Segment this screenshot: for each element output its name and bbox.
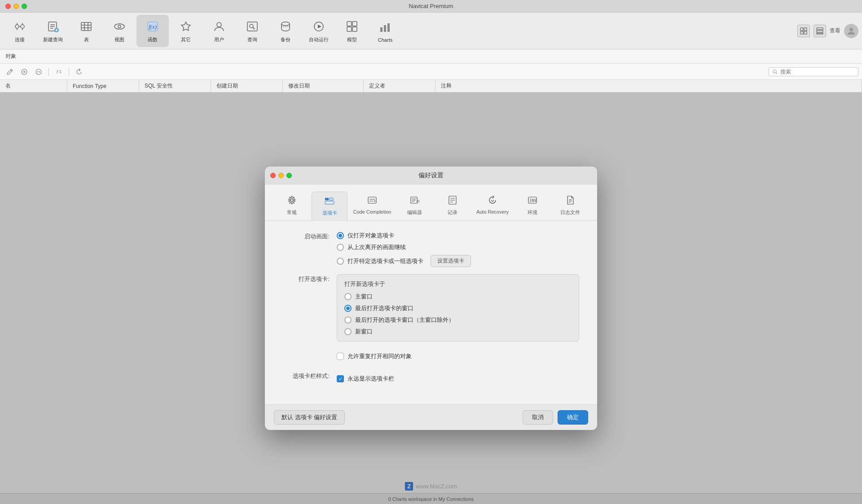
opentab-option-1-label: 主窗口 [355,293,373,301]
startup-option-3-label: 打开特定选项卡或一组选项卡 [347,257,423,265]
toolbar-backup-btn[interactable]: 备份 [269,15,302,47]
tabbar-style-checkbox[interactable]: ✓ [337,375,344,382]
maximize-button[interactable] [22,4,27,9]
toolbar-charts-btn[interactable]: Charts [369,15,401,47]
startup-option-1[interactable]: 仅打开对象选项卡 [337,232,579,240]
formula-btn[interactable]: f [53,66,65,78]
delete-btn[interactable] [32,66,45,78]
toolbar-autorun-btn[interactable]: 自动运行 [303,15,335,47]
tab-log[interactable]: 记录 [435,192,471,220]
toolbar-newquery-btn[interactable]: 新建查询 [37,15,69,47]
allow-reopen-checkbox[interactable] [337,353,344,360]
opentab-radio-4[interactable] [344,328,352,335]
model-icon [344,18,360,35]
toolbar-connect-btn[interactable]: 连接 [4,15,36,47]
svg-rect-61 [330,198,333,200]
tab-env-label: 环境 [528,209,537,216]
minimize-button[interactable] [13,4,19,9]
opentab-option-2[interactable]: 最后打开选项卡的窗口 [344,304,572,312]
view-label-text: 查看 [830,27,840,35]
svg-rect-37 [387,23,390,32]
svg-rect-14 [81,22,91,31]
svg-point-19 [114,24,124,29]
startup-option-1-label: 仅打开对象选项卡 [347,232,394,240]
opentab-radio-3[interactable] [344,316,352,324]
svg-line-46 [10,70,12,71]
set-tab-btn[interactable]: 设置选项卡 [431,255,471,267]
toolbar-other-btn[interactable]: 其它 [170,15,202,47]
opentab-option-4[interactable]: 新窗口 [344,328,572,336]
view-toggle-2[interactable] [814,25,826,37]
opentab-row: 打开选项卡: 打开新选项卡于 主窗口 最后打开选项卡的窗口 [283,274,579,342]
svg-marker-30 [318,25,321,28]
col-created: 创建日期 [211,80,283,92]
table-icon [78,18,94,35]
edit-btn[interactable] [4,66,16,78]
objectbar-label: 对象 [5,53,16,60]
search-input[interactable] [780,69,854,75]
actionbar: f [0,64,862,80]
toolbar-table-btn[interactable]: 表 [70,15,102,47]
svg-point-45 [849,28,853,31]
svg-rect-40 [800,31,803,34]
svg-rect-35 [380,27,383,32]
opentab-radio-1[interactable] [344,293,352,300]
open-tab-section: 打开新选项卡于 主窗口 最后打开选项卡的窗口 [337,274,579,342]
tab-code-completion[interactable]: Code Completion [349,192,395,220]
tab-editor[interactable]: 编辑器 [397,192,433,220]
startup-radio-2[interactable] [337,244,344,251]
toolbar-query-btn[interactable]: 查询 [236,15,268,47]
startup-option-2[interactable]: 从上次离开的画面继续 [337,243,579,251]
tab-tabs[interactable]: 选项卡 [312,192,347,220]
opentab-option-3[interactable]: 最后打开的选项卡窗口（主窗口除外） [344,316,572,324]
refresh-btn[interactable] [73,66,85,78]
cancel-btn[interactable]: 取消 [523,410,553,425]
col-function-type: Function Type [67,80,139,92]
other-icon [178,18,194,35]
opentab-option-1[interactable]: 主窗口 [344,293,572,301]
default-settings-btn[interactable]: 默认 选项卡 偏好设置 [274,410,345,425]
svg-rect-36 [384,25,386,32]
svg-rect-44 [817,33,823,34]
dialog-minimize-btn[interactable] [278,173,284,178]
dialog-maximize-btn[interactable] [286,173,292,178]
svg-rect-32 [352,22,357,26]
startup-radio-3[interactable] [337,258,344,265]
view-label: 视图 [114,36,124,43]
tab-general[interactable]: 常规 [274,192,310,220]
toolbar-function-btn[interactable]: f(x) 函数 [136,15,169,47]
code-completion-icon [367,195,377,207]
toolbar-view-btn[interactable]: 视图 [103,15,136,47]
dialog-close-btn[interactable] [270,173,276,178]
svg-text:f(x): f(x) [149,23,157,30]
tab-general-label: 常规 [287,209,297,216]
svg-rect-38 [800,28,803,31]
col-modified: 修改日期 [283,80,364,92]
allow-reopen-checkbox-row[interactable]: 允许重复打开相同的对象 [337,352,412,360]
newquery-label: 新建查询 [43,36,63,43]
svg-line-58 [776,72,777,74]
tab-env[interactable]: ENV 环境 [515,192,550,220]
action-separator-1 [48,68,49,76]
tab-tabs-label: 选项卡 [322,210,337,216]
backup-label: 备份 [281,36,290,43]
tabbar-style-checkbox-row[interactable]: ✓ 永远显示选项卡栏 [337,375,579,383]
tab-log-file[interactable]: 日志文件 [552,192,588,220]
close-button[interactable] [5,4,11,9]
user-icon [211,18,227,35]
startup-option-3[interactable]: 打开特定选项卡或一组选项卡 设置选项卡 [337,255,579,267]
tab-auto-recovery[interactable]: Auto Recovery [472,192,513,220]
content-area: 偏好设置 常规 [0,92,862,504]
confirm-btn[interactable]: 确定 [558,410,588,425]
table-label: 表 [84,36,89,43]
add-btn[interactable] [18,66,31,78]
svg-rect-62 [325,201,334,204]
startup-radio-1[interactable] [337,232,344,239]
startup-option-2-label: 从上次离开的画面继续 [347,243,406,251]
dialog-footer: 默认 选项卡 偏好设置 取消 确定 [265,404,597,430]
toolbar-user-btn[interactable]: 用户 [203,15,235,47]
view-toggle-1[interactable] [797,25,810,37]
user-avatar-btn[interactable] [844,24,858,38]
opentab-radio-2[interactable] [344,305,352,312]
toolbar-model-btn[interactable]: 模型 [336,15,368,47]
